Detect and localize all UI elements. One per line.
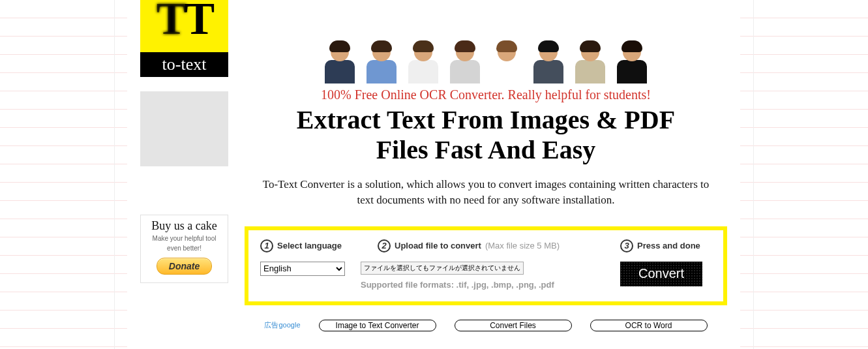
ad-link-convert-files[interactable]: Convert Files — [455, 320, 572, 331]
step-1-label: 1 Select language — [260, 239, 358, 252]
page-container: TT to-text Buy us a cake Make your helpf… — [127, 0, 740, 349]
headline-line-2: Files Fast And Easy — [376, 135, 596, 164]
file-choose-button[interactable]: ファイルを選択してもファイルが選択されていません — [361, 262, 524, 275]
person-illustration — [492, 43, 522, 83]
person-head-icon — [414, 43, 432, 61]
steps-header-row: 1 Select language 2 Upload file to conve… — [260, 239, 711, 252]
donate-title: Buy us a cake — [143, 219, 225, 233]
person-body-icon — [367, 60, 397, 83]
person-body-icon — [617, 60, 647, 83]
step-1-text: Select language — [277, 241, 342, 250]
step-3-label: 3 Press and done — [620, 239, 711, 252]
headline: Extract Text From Images & PDF Files Fas… — [245, 105, 727, 165]
logo-mark[interactable]: TT — [140, 0, 228, 52]
person-hair-icon — [329, 40, 350, 52]
person-body-icon — [533, 60, 563, 83]
donate-subtitle-2: even better! — [143, 244, 225, 252]
person-head-icon — [372, 43, 391, 61]
logo-tt-text: TT — [140, 0, 228, 42]
description: To-Text Converter is a solution, which a… — [245, 177, 727, 208]
person-hair-icon — [580, 40, 601, 52]
ad-link-ocr-to-word[interactable]: OCR to Word — [590, 320, 708, 331]
convert-box: 1 Select language 2 Upload file to conve… — [245, 226, 727, 305]
person-hair-icon — [371, 40, 392, 52]
person-illustration — [575, 43, 605, 83]
donate-subtitle-1: Make your helpful tool — [143, 234, 225, 243]
step-2-hint: (Max file size 5 MB) — [485, 241, 560, 250]
donate-box: Buy us a cake Make your helpful tool eve… — [140, 215, 228, 283]
person-illustration — [533, 43, 563, 83]
step-1-number-icon: 1 — [260, 239, 273, 252]
person-hair-icon — [455, 40, 475, 52]
person-illustration — [325, 43, 355, 83]
sidebar: TT to-text Buy us a cake Make your helpf… — [140, 0, 228, 283]
supported-formats-text: Supported file formats: .tif, .jpg, .bmp… — [361, 280, 618, 290]
hero-people-illustration — [245, 0, 727, 85]
person-hair-icon — [496, 40, 517, 52]
main-content: 100% Free Online OCR Converter. Really h… — [245, 0, 727, 331]
person-head-icon — [498, 43, 516, 61]
margin-left-line — [114, 0, 115, 349]
sidebar-ad-placeholder — [140, 91, 228, 166]
person-head-icon — [331, 43, 349, 61]
headline-line-1: Extract Text From Images & PDF — [297, 105, 675, 134]
person-body-icon — [325, 60, 355, 83]
person-illustration — [408, 43, 438, 83]
person-head-icon — [456, 43, 474, 61]
person-illustration — [450, 43, 480, 83]
step-2-number-icon: 2 — [378, 239, 391, 252]
person-hair-icon — [538, 40, 559, 52]
person-head-icon — [623, 43, 641, 61]
step-3-number-icon: 3 — [620, 239, 633, 252]
person-illustration — [367, 43, 397, 83]
tagline: 100% Free Online OCR Converter. Really h… — [245, 87, 727, 102]
person-hair-icon — [413, 40, 434, 52]
person-body-icon — [450, 60, 480, 83]
person-body-icon — [575, 60, 605, 83]
person-head-icon — [539, 43, 558, 61]
person-head-icon — [581, 43, 599, 61]
step-3-text: Press and done — [637, 241, 700, 250]
person-body-icon — [408, 60, 438, 83]
step-2-label: 2 Upload file to convert (Max file size … — [378, 239, 601, 252]
logo-wordmark[interactable]: to-text — [140, 52, 228, 77]
person-hair-icon — [621, 40, 642, 52]
controls-row: English ファイルを選択してもファイルが選択されていません Support… — [260, 262, 711, 290]
step-2-text: Upload file to convert — [395, 241, 481, 250]
bottom-ad-row: 広告google Image to Text Converter Convert… — [245, 320, 727, 331]
ad-link-image-to-text[interactable]: Image to Text Converter — [319, 320, 436, 331]
person-illustration — [617, 43, 647, 83]
language-select[interactable]: English — [260, 262, 345, 276]
ad-label: 広告google — [264, 320, 300, 330]
margin-right-line — [753, 0, 754, 349]
convert-button[interactable]: Convert — [620, 262, 702, 286]
donate-button[interactable]: Donate — [157, 258, 212, 275]
person-body-icon — [492, 60, 522, 83]
